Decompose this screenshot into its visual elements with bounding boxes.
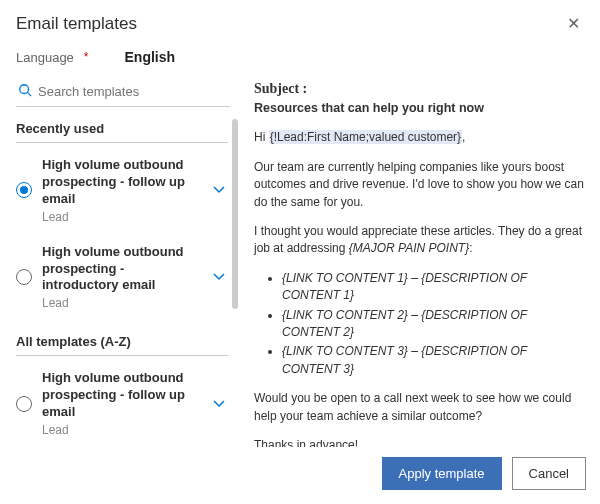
dialog-title: Email templates <box>16 14 137 34</box>
template-list-pane: Recently used High volume outbound prosp… <box>10 79 236 447</box>
template-category: Lead <box>42 296 202 310</box>
template-name: High volume outbound prospecting - follo… <box>42 370 202 421</box>
dialog-footer: Apply template Cancel <box>0 447 600 504</box>
cancel-button[interactable]: Cancel <box>512 457 586 490</box>
subject-value: Resources that can help you right now <box>254 99 588 117</box>
search-wrap[interactable] <box>16 79 230 107</box>
preview-paragraph: I thought you would appreciate these art… <box>254 223 588 258</box>
template-item[interactable]: High volume outbound prospecting - follo… <box>10 360 234 447</box>
section-all-templates: All templates (A-Z) <box>16 334 228 356</box>
p2-text-b: : <box>469 241 472 255</box>
content-links-list: {LINK TO CONTENT 1} – {DESCRIPTION OF CO… <box>282 270 588 378</box>
radio-icon[interactable] <box>16 396 32 412</box>
chevron-down-icon[interactable] <box>212 269 230 285</box>
greeting-suffix: , <box>462 130 465 144</box>
radio-icon[interactable] <box>16 182 32 198</box>
content-link-item: {LINK TO CONTENT 2} – {DESCRIPTION OF CO… <box>282 307 588 342</box>
greeting-prefix: Hi <box>254 130 269 144</box>
content-link-item: {LINK TO CONTENT 1} – {DESCRIPTION OF CO… <box>282 270 588 305</box>
language-label: Language <box>16 50 74 65</box>
template-item[interactable]: High volume outbound prospecting - follo… <box>10 147 234 234</box>
section-recently-used: Recently used <box>16 121 228 143</box>
language-row: Language * English <box>0 41 600 75</box>
dialog-body: Recently used High volume outbound prosp… <box>0 75 600 447</box>
template-text: High volume outbound prospecting - intro… <box>42 244 202 311</box>
search-input[interactable] <box>38 84 228 99</box>
language-value[interactable]: English <box>125 49 176 65</box>
template-preview: Subject : Resources that can help you ri… <box>236 79 594 447</box>
search-icon <box>18 83 32 100</box>
template-category: Lead <box>42 210 202 224</box>
template-list: Recently used High volume outbound prosp… <box>10 107 236 447</box>
preview-greeting: Hi {!Lead:First Name;valued customer}, <box>254 129 588 146</box>
pain-point-placeholder: {MAJOR PAIN POINT} <box>349 241 469 255</box>
template-text: High volume outbound prospecting - follo… <box>42 370 202 437</box>
subject-label: Subject : <box>254 81 307 96</box>
merge-field-lead-name: {!Lead:First Name;valued customer} <box>269 130 462 144</box>
required-asterisk: * <box>84 50 89 64</box>
template-text: High volume outbound prospecting - follo… <box>42 157 202 224</box>
chevron-down-icon[interactable] <box>212 182 230 198</box>
template-category: Lead <box>42 423 202 437</box>
close-icon: ✕ <box>567 15 580 32</box>
template-name: High volume outbound prospecting - intro… <box>42 244 202 295</box>
svg-line-1 <box>28 93 32 97</box>
apply-template-button[interactable]: Apply template <box>382 457 502 490</box>
scrollbar[interactable] <box>232 119 238 309</box>
svg-point-0 <box>20 85 29 94</box>
preview-paragraph: Would you be open to a call next week to… <box>254 390 588 425</box>
template-item[interactable]: High volume outbound prospecting - intro… <box>10 234 234 321</box>
template-name: High volume outbound prospecting - follo… <box>42 157 202 208</box>
chevron-down-icon[interactable] <box>212 396 230 412</box>
preview-paragraph: Our team are currently helping companies… <box>254 159 588 211</box>
preview-paragraph: Thanks in advance! <box>254 437 588 447</box>
close-button[interactable]: ✕ <box>563 10 584 37</box>
dialog-header: Email templates ✕ <box>0 0 600 41</box>
content-link-item: {LINK TO CONTENT 3} – {DESCRIPTION OF CO… <box>282 343 588 378</box>
radio-icon[interactable] <box>16 269 32 285</box>
email-templates-dialog: Email templates ✕ Language * English Rec… <box>0 0 600 504</box>
